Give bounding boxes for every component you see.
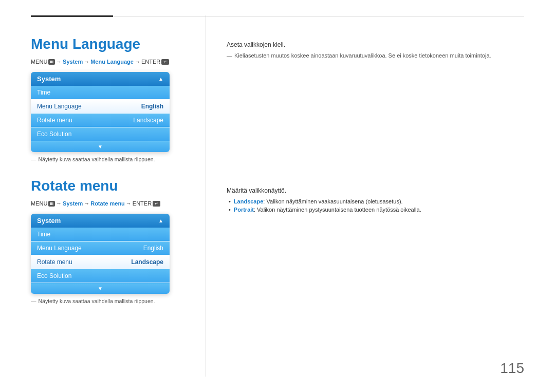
- system-link-2: System: [63, 200, 83, 207]
- panel2-footer: ▼: [31, 283, 170, 294]
- top-line-dark: [31, 15, 113, 17]
- top-line-decoration: [31, 15, 524, 17]
- panel1-arrow-up: ▲: [158, 76, 163, 82]
- arrow3-1: →: [135, 59, 140, 65]
- bullet1-text: Landscape: Valikon näyttäminen vaakasuun…: [234, 198, 403, 204]
- highlight-link-1: Menu Language: [90, 59, 134, 65]
- arrow1-2: →: [56, 200, 62, 207]
- arrow3-2: →: [126, 200, 132, 207]
- enter-label-1: ENTER: [141, 59, 160, 65]
- panel2-item-time[interactable]: Time: [31, 228, 170, 241]
- panel1-item-menulang[interactable]: Menu Language English: [31, 100, 170, 113]
- arrow2-1: →: [84, 59, 89, 65]
- panel1-time-label: Time: [37, 89, 50, 96]
- bullet2-rest: : Valikon näyttäminen pystysuuntaisena t…: [254, 207, 421, 213]
- section2-note: Näytetty kuva saattaa vaihdella mallista…: [31, 298, 195, 304]
- page-number: 115: [500, 360, 524, 377]
- panel1-menulang-value: English: [141, 103, 163, 110]
- arrow2-2: →: [84, 200, 89, 207]
- panel2-rotate-value: Landscape: [131, 258, 163, 266]
- enter-icon-2: ↵: [153, 201, 160, 207]
- panel2-rotate-label: Rotate menu: [37, 258, 72, 266]
- panel2-time-label: Time: [37, 231, 50, 238]
- right-column: Aseta valikkojen kieli. Kieliasetusten m…: [206, 15, 524, 377]
- panel1-item-eco[interactable]: Eco Solution: [31, 127, 170, 141]
- panel2-item-menulang[interactable]: Menu Language English: [31, 241, 170, 255]
- section1-menu-path: MENU III → System → Menu Language → ENTE…: [31, 59, 195, 65]
- right-section2: Määritä valikkonäyttö. Landscape: Valiko…: [227, 187, 524, 213]
- panel1-footer: ▼: [31, 141, 170, 152]
- menu-label-1: MENU: [31, 59, 47, 65]
- panel2-item-eco[interactable]: Eco Solution: [31, 269, 170, 283]
- system-link-1: System: [63, 59, 83, 65]
- section2: Rotate menu MENU III → System → Rotate m…: [31, 178, 195, 304]
- bullet2-label: Portrait: [234, 207, 254, 213]
- panel1-item-rotate[interactable]: Rotate menu Landscape: [31, 114, 170, 127]
- panel2-arrow-down: ▼: [98, 286, 103, 291]
- section2-panel: System ▲ Time Menu Language English Rota…: [31, 214, 170, 294]
- panel2-menulang-value: English: [143, 245, 163, 252]
- right2-title: Määritä valikkonäyttö.: [227, 187, 524, 194]
- section2-menu-path: MENU III → System → Rotate menu → ENTER …: [31, 200, 195, 207]
- right1-title: Aseta valikkojen kieli.: [227, 41, 524, 48]
- panel2-eco-label: Eco Solution: [37, 272, 71, 279]
- section1-panel-header: System ▲: [31, 72, 170, 86]
- panel2-header-label: System: [37, 217, 61, 225]
- section1-title: Menu Language: [31, 36, 195, 52]
- panel1-menulang-label: Menu Language: [37, 103, 82, 110]
- menu-icon-1: III: [48, 59, 55, 65]
- section2-panel-header: System ▲: [31, 214, 170, 228]
- right2-bullet2: Portrait: Valikon näyttäminen pystysuunt…: [227, 207, 524, 213]
- section2-title: Rotate menu: [31, 178, 195, 194]
- panel1-arrow-down: ▼: [98, 144, 103, 150]
- right2-bullet1: Landscape: Valikon näyttäminen vaakasuun…: [227, 198, 524, 204]
- panel1-rotate-value: Landscape: [133, 117, 163, 124]
- bullet1-label: Landscape: [234, 198, 263, 204]
- enter-label-2: ENTER: [133, 200, 152, 207]
- panel1-header-label: System: [37, 75, 61, 83]
- bullet1-rest: : Valikon näyttäminen vaakasuuntaisena (…: [263, 198, 402, 204]
- menu-label-2: MENU: [31, 200, 47, 207]
- bullet2-text: Portrait: Valikon näyttäminen pystysuunt…: [234, 207, 421, 213]
- spacer: [227, 74, 524, 187]
- menu-icon-2: III: [48, 201, 55, 207]
- arrow1-1: →: [56, 59, 62, 65]
- section1-note: Näytetty kuva saattaa vaihdella mallista…: [31, 156, 195, 162]
- panel1-item-time[interactable]: Time: [31, 86, 170, 99]
- panel1-eco-label: Eco Solution: [37, 130, 71, 138]
- panel2-arrow-up: ▲: [158, 218, 163, 223]
- enter-icon-1: ↵: [161, 59, 169, 65]
- panel1-rotate-label: Rotate menu: [37, 117, 72, 124]
- panel2-menulang-label: Menu Language: [37, 245, 82, 252]
- panel2-item-rotate[interactable]: Rotate menu Landscape: [31, 255, 170, 269]
- section1: Menu Language MENU III → System → Menu L…: [31, 36, 195, 162]
- section1-panel: System ▲ Time Menu Language English Rota…: [31, 72, 170, 152]
- top-line-light: [113, 16, 524, 16]
- highlight-link-2: Rotate menu: [90, 200, 125, 207]
- left-column: Menu Language MENU III → System → Menu L…: [31, 15, 206, 377]
- right1-note: Kieliasetusten muutos koskee ainoastaan …: [227, 52, 524, 59]
- right-section1: Aseta valikkojen kieli. Kieliasetusten m…: [227, 41, 524, 59]
